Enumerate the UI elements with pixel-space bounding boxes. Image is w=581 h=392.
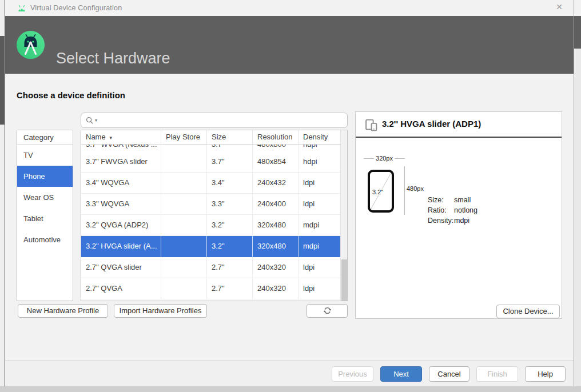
spec-density-value: mdpi <box>454 215 469 226</box>
cell-play-store <box>161 257 207 278</box>
device-diagram: 320px 3.2" 480px Size: small <box>356 138 562 252</box>
spec-density: Density: mdpi <box>428 215 477 226</box>
cell-size: 3.7" <box>207 151 253 173</box>
table-row[interactable]: 3.3" WQVGA 3.3" 240x400 ldpi <box>81 194 340 215</box>
cell-name: 3.7" WVGA (Nexus ... <box>81 145 161 151</box>
spec-ratio-label: Ratio: <box>428 205 454 215</box>
diagram-width-dimension: 320px <box>364 155 405 162</box>
table-scrollbar[interactable] <box>340 130 347 301</box>
device-details-title: 3.2'' HVGA slider (ADP1) <box>382 119 481 129</box>
cell-density: mdpi <box>299 236 340 257</box>
category-list: Category TV Phone Wear OS Tablet Automot… <box>17 130 73 301</box>
cell-play-store <box>161 145 207 151</box>
device-table: Name▼ Play Store Size Resolution Density… <box>81 130 348 301</box>
diagram-width-label: 320px <box>374 155 395 162</box>
cell-size: 2.7" <box>207 278 253 299</box>
help-button[interactable]: Help <box>525 366 566 382</box>
table-row-selected[interactable]: 3.2" HVGA slider (A... 3.2" 320x480 mdpi <box>81 236 340 257</box>
device-details-title-row: 3.2'' HVGA slider (ADP1) <box>356 112 562 137</box>
import-hardware-profiles-button[interactable]: Import Hardware Profiles <box>114 304 207 318</box>
category-list-header: Category <box>17 130 73 145</box>
sort-descending-icon: ▼ <box>109 135 113 141</box>
category-item-wear-os[interactable]: Wear OS <box>17 187 73 208</box>
category-item-phone[interactable]: Phone <box>17 166 73 187</box>
spec-size: Size: small <box>428 195 477 205</box>
table-row[interactable]: 3.4" WQVGA 3.4" 240x432 ldpi <box>81 173 340 194</box>
cell-resolution: 240x432 <box>253 173 299 194</box>
cell-name: 3.2" HVGA slider (A... <box>81 236 161 257</box>
cell-play-store <box>161 236 207 257</box>
window-title: Virtual Device Configuration <box>30 4 122 12</box>
column-header-name[interactable]: Name▼ <box>81 130 161 144</box>
cell-name: 2.7" QVGA slider <box>81 257 161 278</box>
background-window-left-sliver <box>0 0 5 386</box>
table-scrollbar-thumb[interactable] <box>341 259 347 301</box>
cell-play-store <box>161 151 207 173</box>
table-row[interactable]: 2.7" QVGA slider 2.7" 240x320 ldpi <box>81 257 340 278</box>
cancel-button[interactable]: Cancel <box>429 366 469 382</box>
diagram-height-label: 480px <box>407 185 424 192</box>
search-input[interactable] <box>101 116 347 125</box>
dimension-tick <box>395 158 405 159</box>
table-row[interactable]: 3.7" FWVGA slider 3.7" 480x854 hdpi <box>81 151 340 173</box>
cell-resolution: 240x320 <box>253 257 299 278</box>
cell-play-store <box>161 194 207 215</box>
new-hardware-profile-button[interactable]: New Hardware Profile <box>18 304 108 318</box>
footer-button-bar: Previous Next Cancel Finish Help <box>5 361 574 386</box>
cell-name: 3.7" FWVGA slider <box>81 151 161 173</box>
spec-ratio-value: notlong <box>454 205 477 215</box>
virtual-device-configuration-screen: Virtual Device Configuration ✕ <box>0 0 581 392</box>
previous-button[interactable]: Previous <box>332 366 373 382</box>
table-row[interactable]: 2.7" QVGA 2.7" 240x320 ldpi <box>81 278 340 299</box>
cell-play-store <box>161 278 207 299</box>
device-search-box[interactable]: ▾ <box>81 113 348 128</box>
category-item-tablet[interactable]: Tablet <box>17 208 73 229</box>
close-icon[interactable]: ✕ <box>553 2 566 14</box>
cell-size: 2.7" <box>207 257 253 278</box>
cell-size: 3.7" <box>207 145 253 151</box>
cell-density: ldpi <box>299 194 340 215</box>
search-icon <box>86 117 94 125</box>
dialog-titlebar: Virtual Device Configuration ✕ <box>5 0 574 16</box>
spec-ratio: Ratio: notlong <box>428 205 477 215</box>
finish-button[interactable]: Finish <box>476 366 518 382</box>
table-row-partially-scrolled[interactable]: 3.7" WVGA (Nexus ... 3.7" 480x800 hdpi <box>81 145 340 151</box>
cell-resolution: 240x400 <box>253 194 299 215</box>
cell-size: 3.4" <box>207 173 253 194</box>
background-window-light-area <box>574 0 581 16</box>
column-header-name-label: Name <box>86 133 106 141</box>
column-header-resolution[interactable]: Resolution <box>253 130 299 144</box>
category-item-tv[interactable]: TV <box>17 145 73 166</box>
refresh-button[interactable] <box>307 304 348 318</box>
background-window-bottom-strip <box>0 386 581 392</box>
cell-size: 3.2" <box>207 236 253 257</box>
column-header-size[interactable]: Size <box>207 130 253 144</box>
avd-studio-icon <box>17 31 45 61</box>
wizard-step-title: Select Hardware <box>56 50 170 67</box>
device-specs: Size: small Ratio: notlong Density: mdpi <box>428 195 477 226</box>
cell-play-store <box>161 173 207 194</box>
spec-size-label: Size: <box>428 195 454 205</box>
background-window-dark-area <box>0 36 5 125</box>
cell-resolution: 480x854 <box>253 151 299 173</box>
cell-name: 3.3" WQVGA <box>81 194 161 215</box>
next-button[interactable]: Next <box>380 366 422 382</box>
search-options-chevron-icon[interactable]: ▾ <box>95 118 97 123</box>
section-heading: Choose a device definition <box>17 90 125 100</box>
cell-density: ldpi <box>299 257 340 278</box>
cell-name: 3.4" WQVGA <box>81 173 161 194</box>
category-item-automotive[interactable]: Automotive <box>17 229 73 250</box>
cell-resolution: 240x320 <box>253 278 299 299</box>
table-row[interactable]: 3.2" QVGA (ADP2) 3.2" 320x480 mdpi <box>81 215 340 236</box>
clone-device-button[interactable]: Clone Device... <box>496 305 560 318</box>
column-header-play-store[interactable]: Play Store <box>161 130 207 144</box>
diagram-screen-size-label: 3.2" <box>372 189 384 195</box>
column-header-density[interactable]: Density <box>299 130 340 144</box>
cell-size: 3.3" <box>207 194 253 215</box>
spec-size-value: small <box>454 195 471 205</box>
cell-density: hdpi <box>299 145 340 151</box>
refresh-icon <box>323 306 332 315</box>
cell-play-store <box>161 215 207 236</box>
device-table-header: Name▼ Play Store Size Resolution Density <box>81 130 340 145</box>
cell-resolution: 320x480 <box>253 215 299 236</box>
